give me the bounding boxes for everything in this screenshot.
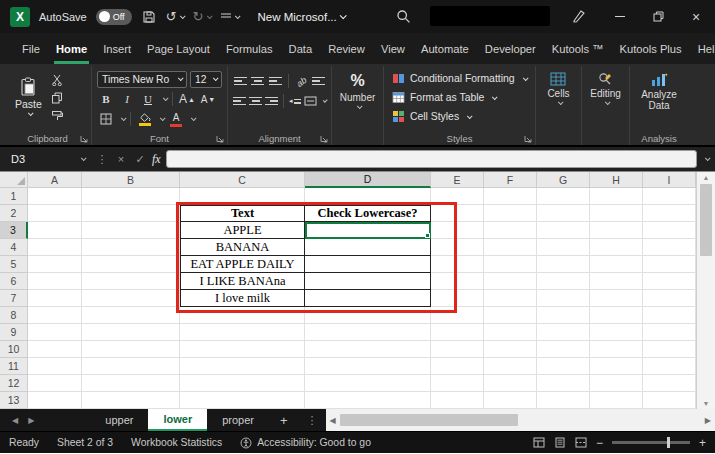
menu-tab-formulas[interactable]: Formulas [218,33,281,64]
editing-button[interactable]: Editing [586,69,625,105]
cell-B10[interactable] [82,341,180,358]
cell-I2[interactable] [643,205,696,222]
font-name-combo[interactable]: Times New Ro [97,71,187,88]
hscroll-right-icon[interactable]: ▶ [705,416,711,425]
hscroll-left-icon[interactable]: ◀ [330,416,336,425]
row-header-3[interactable]: 3 [0,222,28,239]
fill-color-icon[interactable] [136,111,154,128]
sheet-tab-proper[interactable]: proper [207,409,269,431]
cell-H13[interactable] [590,392,643,409]
menu-tab-kutools[interactable]: Kutools ™ [544,33,612,64]
row-header-7[interactable]: 7 [0,290,28,307]
cell-A2[interactable] [28,205,82,222]
cell-E5[interactable] [431,256,484,273]
borders-icon[interactable] [97,111,115,128]
cell-E3[interactable] [431,222,484,239]
cell-I8[interactable] [643,307,696,324]
formula-input[interactable] [166,150,697,168]
undo-button[interactable]: ↺ [166,7,184,27]
zoom-out-button[interactable]: − [596,436,603,450]
cell-A10[interactable] [28,341,82,358]
cell-F6[interactable] [484,273,537,290]
decrease-font-size-button[interactable]: A▼ [199,91,217,108]
column-header-H[interactable]: H [590,172,643,188]
cell-A11[interactable] [28,358,82,375]
cell-E7[interactable] [431,290,484,307]
cell-A13[interactable] [28,392,82,409]
name-box[interactable]: D3 [6,149,90,169]
cell-G10[interactable] [537,341,590,358]
horizontal-scrollbar[interactable]: ◀ ▶ [326,409,715,431]
cell-F13[interactable] [484,392,537,409]
align-bottom-icon[interactable] [268,73,283,90]
cell-B12[interactable] [82,375,180,392]
cell-H3[interactable] [590,222,643,239]
horizontal-scroll-thumb[interactable] [340,414,519,426]
align-middle-icon[interactable] [251,73,266,90]
cell-G4[interactable] [537,239,590,256]
menu-tab-automate[interactable]: Automate [413,33,477,64]
cell-G1[interactable] [537,188,590,205]
cell-F5[interactable] [484,256,537,273]
analyze-data-button[interactable]: Analyze Data [632,69,686,111]
sheet-nav-right-icon[interactable]: ▶ [28,416,34,425]
cell-E8[interactable] [431,307,484,324]
zoom-slider[interactable] [612,441,690,444]
cell-H10[interactable] [590,341,643,358]
cell-F7[interactable] [484,290,537,307]
cell-I7[interactable] [643,290,696,307]
cell-F3[interactable] [484,222,537,239]
fill-handle[interactable] [425,233,430,238]
cell-G2[interactable] [537,205,590,222]
cell-B7[interactable] [82,290,180,307]
zoom-in-button[interactable]: + [699,436,706,450]
column-header-B[interactable]: B [82,172,180,188]
cell-H6[interactable] [590,273,643,290]
select-all-button[interactable] [0,172,28,188]
cell-D1[interactable] [305,188,431,205]
cell-A4[interactable] [28,239,82,256]
row-header-4[interactable]: 4 [0,239,28,256]
cell-G9[interactable] [537,324,590,341]
cell-I12[interactable] [643,375,696,392]
draw-pen-icon[interactable] [572,9,586,23]
column-header-E[interactable]: E [431,172,484,188]
row-header-1[interactable]: 1 [0,188,28,205]
cell-I10[interactable] [643,341,696,358]
cell-H1[interactable] [590,188,643,205]
cell-I13[interactable] [643,392,696,409]
clipboard-dialog-launcher-icon[interactable] [80,135,88,143]
cell-C13[interactable] [180,392,305,409]
menu-tab-view[interactable]: View [373,33,413,64]
increase-font-size-button[interactable]: A▲ [178,91,196,108]
row-header-11[interactable]: 11 [0,358,28,375]
row-header-9[interactable]: 9 [0,324,28,341]
menu-tab-insert[interactable]: Insert [95,33,139,64]
copy-icon[interactable] [48,89,66,106]
row-header-13[interactable]: 13 [0,392,28,409]
align-center-icon[interactable] [249,93,262,110]
minimize-button[interactable] [601,0,639,33]
bold-button[interactable]: B [97,91,115,108]
cell-D10[interactable] [305,341,431,358]
menu-tab-file[interactable]: File [14,33,48,64]
cell-B6[interactable] [82,273,180,290]
styles-dialog-launcher-icon[interactable] [524,135,532,143]
cell-B11[interactable] [82,358,180,375]
cell-E2[interactable] [431,205,484,222]
cell-D2[interactable]: Check Lowercase? [305,205,431,222]
cell-F9[interactable] [484,324,537,341]
cell-I9[interactable] [643,324,696,341]
cell-E1[interactable] [431,188,484,205]
paste-button[interactable]: Paste [9,69,48,124]
cell-H11[interactable] [590,358,643,375]
row-header-6[interactable]: 6 [0,273,28,290]
cell-I3[interactable] [643,222,696,239]
format-as-table-button[interactable]: Format as Table [392,88,530,107]
cell-C4[interactable]: BANANA [180,239,305,256]
cell-D7[interactable] [305,290,431,307]
cell-A9[interactable] [28,324,82,341]
sheet-tab-upper[interactable]: upper [90,409,148,431]
cell-H8[interactable] [590,307,643,324]
cell-C5[interactable]: EAT APPLE DAILY [180,256,305,273]
